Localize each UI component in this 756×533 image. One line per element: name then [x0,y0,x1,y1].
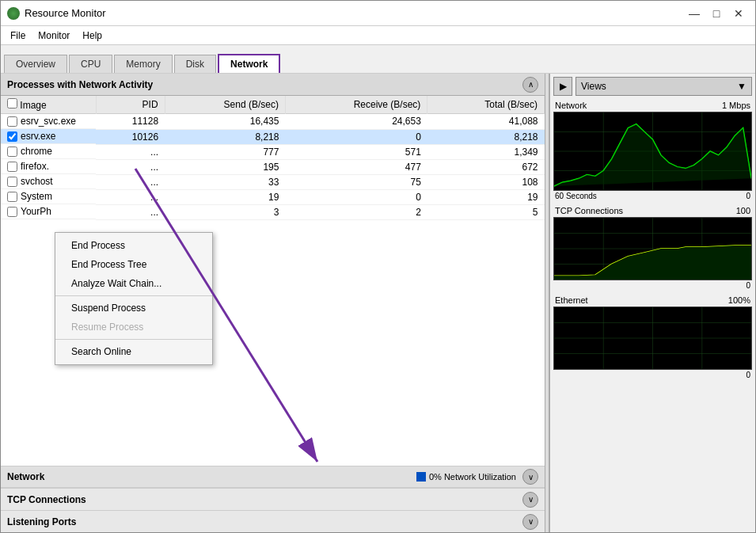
tcp-section[interactable]: TCP Connections ∨ [1,488,545,510]
process-total: 41,088 [427,114,545,130]
network-graph-title: Network [555,101,587,110]
table-row[interactable]: esrv.exe101268,21808,218 [1,129,545,144]
right-panel-header: ▶ Views ▼ [553,77,752,96]
select-all-checkbox[interactable] [7,98,17,109]
process-name: chrome [21,146,52,157]
table-row[interactable]: firefox....195477672 [1,159,545,174]
row-checkbox[interactable] [7,147,17,157]
row-checkbox[interactable] [7,116,17,127]
tcp-graph-header: TCP Connections 100 [553,204,752,217]
network-graph-header: Network 1 Mbps [553,99,752,112]
right-panel: ▶ Views ▼ Network 1 Mbps [549,74,755,532]
process-pid: ... [96,189,165,204]
network-graph-canvas [553,112,752,191]
network-graph-section: Network 1 Mbps [553,99,752,201]
tab-disk[interactable]: Disk [174,55,216,73]
network-graph-value: 1 Mbps [722,101,750,110]
ethernet-graph-canvas [553,306,752,370]
col-image[interactable]: Image [1,96,96,114]
col-send[interactable]: Send (B/sec) [165,96,285,114]
ethernet-graph-section: Ethernet 100% 0 [553,294,752,380]
processes-collapse-btn[interactable]: ∧ [522,77,538,93]
processes-section-header[interactable]: Processes with Network Activity ∧ [1,74,545,96]
tab-overview[interactable]: Overview [4,55,67,73]
row-checkbox[interactable] [7,192,17,202]
process-send: 777 [165,144,285,159]
window-controls: — □ ✕ [684,6,749,21]
ctx-sep-1 [55,295,212,296]
maximize-button[interactable]: □ [706,6,727,21]
listening-title: Listening Ports [7,516,76,527]
process-send: 8,218 [165,129,285,144]
process-send: 16,435 [165,114,285,130]
table-row[interactable]: chrome...7775711,349 [1,144,545,159]
network-util-icon [416,472,426,482]
table-row[interactable]: System...19019 [1,189,545,204]
ctx-sep-2 [55,339,212,340]
network-collapse-btn[interactable]: ∨ [522,469,538,485]
tab-bar: Overview CPU Memory Disk Network [1,45,755,74]
tcp-collapse-btn[interactable]: ∨ [522,492,538,508]
process-total: 672 [427,159,545,174]
row-checkbox[interactable] [7,207,17,217]
ctx-end-process-tree[interactable]: End Process Tree [55,255,212,274]
col-pid[interactable]: PID [96,96,165,114]
tcp-graph-section: TCP Connections 100 [553,204,752,291]
col-receive[interactable]: Receive (B/sec) [285,96,427,114]
network-util-label: 0% Network Utilization [429,472,516,482]
process-pid: ... [96,174,165,189]
listening-section[interactable]: Listening Ports ∨ [1,510,545,532]
listening-collapse-btn[interactable]: ∨ [522,514,538,530]
process-name: System [21,191,52,202]
table-row[interactable]: svchost...3375108 [1,174,545,189]
tcp-graph-min: 0 [746,281,750,290]
table-row[interactable]: esrv_svc.exe1112816,43524,65341,088 [1,114,545,130]
app-icon [7,7,20,20]
views-button[interactable]: Views ▼ [576,77,752,96]
network-graph-min: 0 [746,192,750,200]
process-total: 1,349 [427,144,545,159]
window-title: Resource Monitor [25,7,106,19]
tcp-graph-canvas [553,217,752,280]
minimize-button[interactable]: — [684,6,705,21]
ctx-end-process[interactable]: End Process [55,236,212,255]
ethernet-graph-header: Ethernet 100% [553,294,752,306]
panel-arrow-btn[interactable]: ▶ [553,77,572,96]
process-name: svchost [21,176,53,187]
process-receive: 0 [285,189,427,204]
ctx-resume: Resume Process [55,318,212,337]
process-pid: ... [96,159,165,174]
process-receive: 0 [285,129,427,144]
tab-memory[interactable]: Memory [114,55,172,73]
process-pid: ... [96,144,165,159]
ethernet-graph-value: 100% [728,295,750,305]
process-send: 195 [165,159,285,174]
menu-help[interactable]: Help [76,29,108,43]
process-receive: 477 [285,159,427,174]
process-pid: ... [96,204,165,219]
process-send: 3 [165,204,285,219]
row-checkbox[interactable] [7,162,17,172]
tcp-graph-footer: 0 [553,280,752,291]
network-section-bar[interactable]: Network 0% Network Utilization ∨ [1,466,545,488]
tab-cpu[interactable]: CPU [69,55,112,73]
row-checkbox[interactable] [7,177,17,187]
network-graph-time: 60 Seconds [555,192,597,200]
process-total: 5 [427,204,545,219]
context-menu: End Process End Process Tree Analyze Wai… [55,232,213,365]
process-total: 19 [427,189,545,204]
process-receive: 571 [285,144,427,159]
tab-network[interactable]: Network [218,54,280,73]
process-send: 33 [165,174,285,189]
ctx-search-online[interactable]: Search Online [55,342,212,361]
close-button[interactable]: ✕ [728,6,749,21]
row-checkbox[interactable] [7,131,17,142]
menu-monitor[interactable]: Monitor [32,29,76,43]
process-name: YourPh [21,206,51,217]
ctx-analyze-wait[interactable]: Analyze Wait Chain... [55,274,212,293]
ctx-suspend[interactable]: Suspend Process [55,299,212,318]
table-row[interactable]: YourPh...325 [1,204,545,219]
process-receive: 2 [285,204,427,219]
col-total[interactable]: Total (B/sec) [427,96,545,114]
menu-file[interactable]: File [4,29,32,43]
